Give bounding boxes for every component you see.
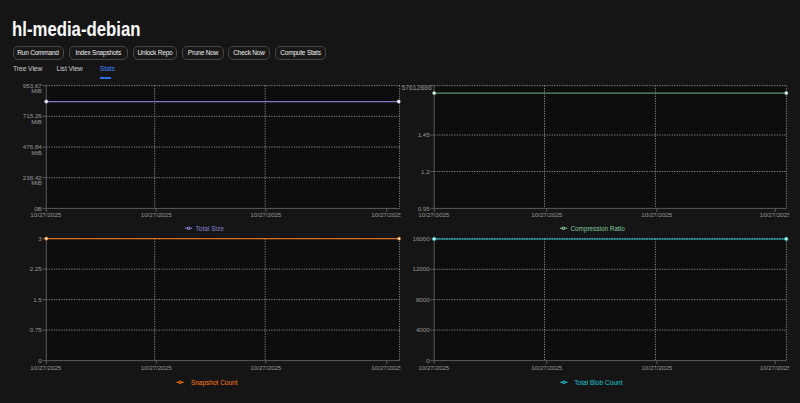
svg-text:MiB: MiB bbox=[31, 87, 42, 94]
svg-text:10/27/2025: 10/27/2025 bbox=[531, 364, 563, 371]
svg-text:10/27/2025: 10/27/2025 bbox=[418, 364, 450, 371]
svg-text:10/27/2025: 10/27/2025 bbox=[760, 211, 792, 218]
svg-text:MiB: MiB bbox=[31, 179, 42, 186]
svg-text:3: 3 bbox=[38, 235, 42, 242]
svg-text:MiB: MiB bbox=[31, 149, 42, 156]
svg-text:Snapshot Count: Snapshot Count bbox=[191, 379, 238, 387]
svg-text:10/27/2025: 10/27/2025 bbox=[371, 211, 403, 218]
svg-text:10/27/2025: 10/27/2025 bbox=[371, 364, 403, 371]
svg-text:10/27/2025: 10/27/2025 bbox=[141, 364, 173, 371]
svg-text:12000: 12000 bbox=[412, 265, 430, 272]
svg-text:10/27/2025: 10/27/2025 bbox=[760, 364, 792, 371]
svg-text:2.25: 2.25 bbox=[30, 265, 43, 272]
svg-text:Compression Ratio: Compression Ratio bbox=[570, 225, 625, 233]
svg-text:16000: 16000 bbox=[412, 235, 430, 242]
svg-text:10/27/2025: 10/27/2025 bbox=[141, 211, 173, 218]
svg-text:0.75: 0.75 bbox=[30, 326, 43, 333]
svg-text:8000: 8000 bbox=[416, 296, 430, 303]
svg-text:4000: 4000 bbox=[416, 326, 430, 333]
svg-text:10/27/2025: 10/27/2025 bbox=[250, 364, 282, 371]
svg-text:10/27/2025: 10/27/2025 bbox=[30, 211, 62, 218]
svg-text:57612886: 57612886 bbox=[401, 84, 431, 91]
svg-text:MiB: MiB bbox=[31, 118, 42, 125]
svg-text:10/27/2025: 10/27/2025 bbox=[641, 364, 673, 371]
svg-text:Total Size: Total Size bbox=[196, 225, 225, 232]
svg-text:Total Blob Count: Total Blob Count bbox=[574, 379, 623, 386]
svg-text:10/27/2025: 10/27/2025 bbox=[418, 211, 450, 218]
svg-text:1.5: 1.5 bbox=[33, 296, 42, 303]
svg-text:1.2: 1.2 bbox=[421, 168, 430, 175]
svg-text:1.45: 1.45 bbox=[418, 131, 431, 138]
svg-text:10/27/2025: 10/27/2025 bbox=[531, 211, 563, 218]
svg-text:10/27/2025: 10/27/2025 bbox=[250, 211, 282, 218]
svg-text:10/27/2025: 10/27/2025 bbox=[641, 211, 673, 218]
svg-text:10/27/2025: 10/27/2025 bbox=[30, 364, 62, 371]
